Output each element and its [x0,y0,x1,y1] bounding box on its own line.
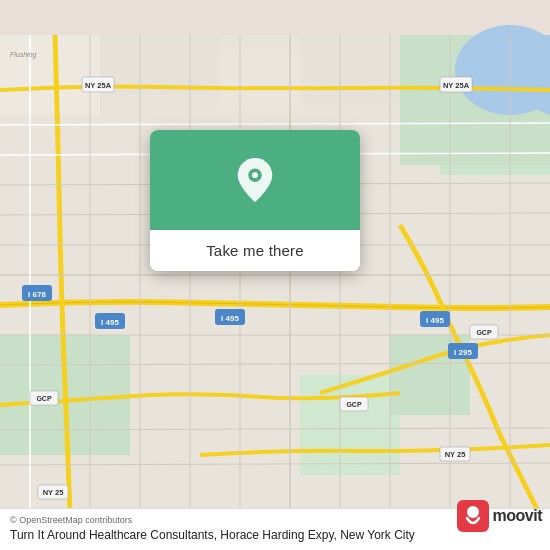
moovit-text: moovit [493,507,542,525]
svg-text:Flushing: Flushing [10,51,37,59]
svg-text:NY 25A: NY 25A [443,81,470,90]
svg-text:I 495: I 495 [426,316,444,325]
svg-rect-1 [0,35,100,115]
moovit-icon [457,500,489,532]
location-card: Take me there [150,130,360,271]
take-me-button[interactable]: Take me there [150,230,360,271]
svg-text:NY 25A: NY 25A [85,81,112,90]
svg-text:NY 25: NY 25 [445,450,466,459]
svg-point-61 [467,506,479,518]
svg-text:I 495: I 495 [101,318,119,327]
svg-rect-4 [300,35,400,105]
svg-text:NY 25: NY 25 [43,488,64,497]
svg-rect-9 [300,375,400,475]
svg-text:GCP: GCP [476,329,492,336]
svg-point-59 [252,172,258,178]
svg-rect-3 [220,55,300,105]
svg-text:GCP: GCP [346,401,362,408]
location-pin [235,156,275,204]
map-container: I 678 I 495 I 495 I 495 I 295 NY 25A NY … [0,0,550,550]
svg-text:GCP: GCP [36,395,52,402]
card-map-area [150,130,360,230]
moovit-logo: moovit [457,500,542,532]
map-background: I 678 I 495 I 495 I 495 I 295 NY 25A NY … [0,0,550,550]
svg-text:I 295: I 295 [454,348,472,357]
svg-text:I 678: I 678 [28,290,46,299]
svg-text:I 495: I 495 [221,314,239,323]
